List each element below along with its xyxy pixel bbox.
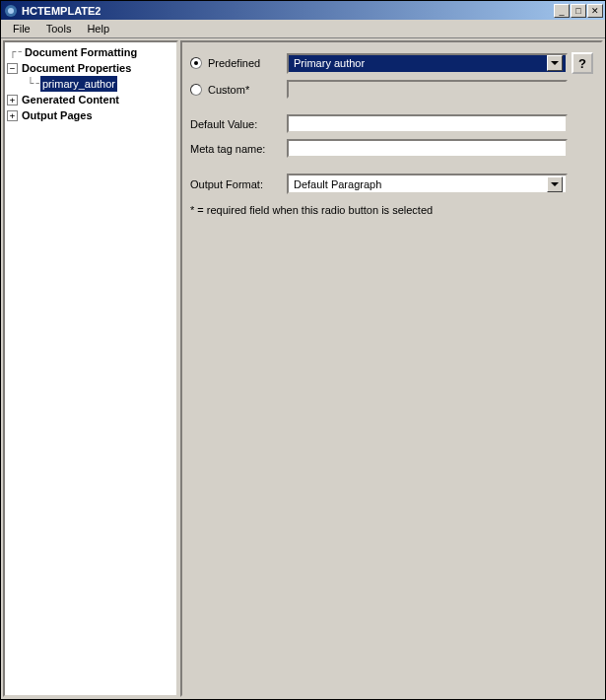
tree-label: primary_author xyxy=(40,76,117,92)
tree-item-output-pages[interactable]: + Output Pages xyxy=(7,107,174,123)
content-panel: Predefined Primary author ? Custom* Defa… xyxy=(180,40,603,697)
row-predefined: Predefined Primary author ? xyxy=(190,52,593,74)
tree-connector: ┌╶ xyxy=(7,44,23,60)
workarea: ┌╶ Document Formatting − Document Proper… xyxy=(1,38,605,699)
window-controls: _ □ ✕ xyxy=(553,4,603,18)
output-format-select[interactable]: Default Paragraph xyxy=(287,174,568,194)
required-note: * = required field when this radio butto… xyxy=(190,204,593,216)
radio-predefined[interactable] xyxy=(190,57,202,69)
meta-tag-input[interactable] xyxy=(287,139,568,158)
tree-item-generated-content[interactable]: + Generated Content xyxy=(7,92,174,107)
window-title: HCTEMPLATE2 xyxy=(22,5,553,17)
tree-label: Output Pages xyxy=(20,107,95,123)
collapse-icon[interactable]: − xyxy=(7,63,18,74)
menu-help[interactable]: Help xyxy=(79,21,117,36)
row-output-format: Output Format: Default Paragraph xyxy=(190,174,593,194)
titlebar: HCTEMPLATE2 _ □ ✕ xyxy=(1,1,605,20)
custom-radio-wrap[interactable]: Custom* xyxy=(190,84,287,96)
default-value-label: Default Value: xyxy=(190,118,287,130)
svg-point-1 xyxy=(8,8,14,14)
output-format-label: Output Format: xyxy=(190,178,287,190)
chevron-down-icon[interactable] xyxy=(547,55,563,71)
minimize-button[interactable]: _ xyxy=(554,4,570,18)
meta-tag-label: Meta tag name: xyxy=(190,143,287,155)
row-default-value: Default Value: xyxy=(190,114,593,133)
default-value-input[interactable] xyxy=(287,114,568,133)
custom-input xyxy=(287,80,568,99)
predefined-select[interactable]: Primary author xyxy=(287,53,568,74)
tree-label: Document Properties xyxy=(20,60,133,76)
row-custom: Custom* xyxy=(190,80,593,99)
output-format-value: Default Paragraph xyxy=(292,178,547,190)
tree-connector: └╶ xyxy=(25,76,40,92)
expand-icon[interactable]: + xyxy=(7,110,18,121)
help-button[interactable]: ? xyxy=(572,52,593,74)
app-icon xyxy=(3,3,19,19)
tree-item-doc-properties[interactable]: − Document Properties xyxy=(7,60,174,76)
predefined-value: Primary author xyxy=(292,57,547,69)
app-window: HCTEMPLATE2 _ □ ✕ File Tools Help ┌╶ Doc… xyxy=(0,0,606,700)
chevron-down-icon[interactable] xyxy=(547,176,563,192)
predefined-radio-wrap[interactable]: Predefined xyxy=(190,57,287,69)
predefined-label: Predefined xyxy=(208,57,260,69)
menubar: File Tools Help xyxy=(1,20,605,38)
tree-item-doc-formatting[interactable]: ┌╶ Document Formatting xyxy=(7,44,174,60)
tree-label: Document Formatting xyxy=(23,44,139,60)
tree-item-primary-author[interactable]: └╶ primary_author xyxy=(25,76,174,92)
close-button[interactable]: ✕ xyxy=(587,4,603,18)
tree-label: Generated Content xyxy=(20,92,121,107)
expand-icon[interactable]: + xyxy=(7,95,18,105)
menu-file[interactable]: File xyxy=(5,21,38,36)
radio-custom[interactable] xyxy=(190,84,202,96)
menu-tools[interactable]: Tools xyxy=(38,21,80,36)
row-meta-tag: Meta tag name: xyxy=(190,139,593,158)
tree-panel: ┌╶ Document Formatting − Document Proper… xyxy=(3,40,178,697)
custom-label: Custom* xyxy=(208,84,249,96)
maximize-button[interactable]: □ xyxy=(571,4,586,18)
